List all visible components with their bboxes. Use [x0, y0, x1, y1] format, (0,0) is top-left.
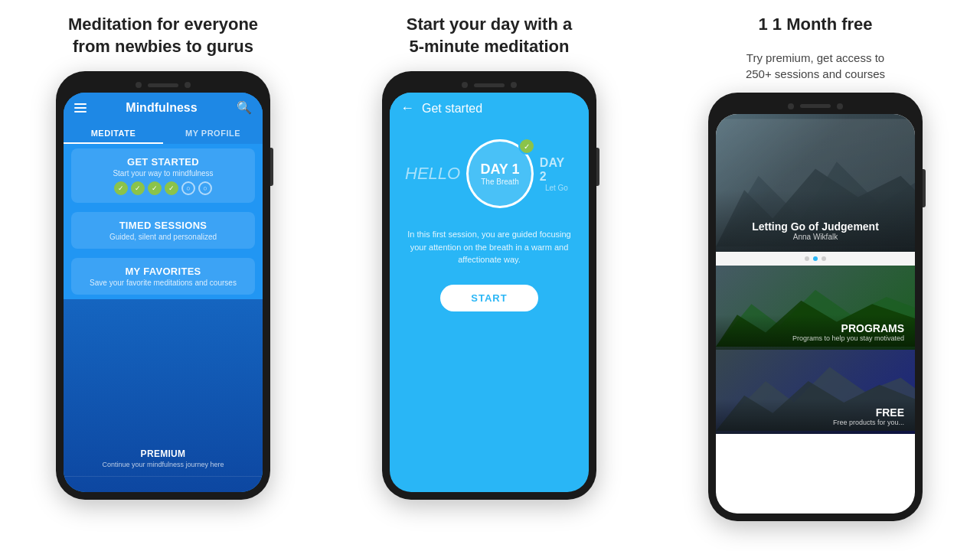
timed-sessions-subtitle: Guided, silent and personalized: [80, 233, 246, 241]
progress-icons: ✓ ✓ ✓ ✓ ○ ○: [80, 181, 246, 195]
phone-3-app-screen: Letting Go of Judgement Anna Wikfalk: [716, 114, 915, 514]
hero-section[interactable]: Letting Go of Judgement Anna Wikfalk: [716, 114, 915, 252]
tab-my-profile[interactable]: MY PROFILE: [163, 122, 263, 144]
day-selector: HELLO ✓ DAY 1 The Breath DAY 2 Let Go: [405, 139, 573, 208]
dot-2: [813, 256, 818, 261]
get-started-title: GET STARTED: [80, 156, 246, 168]
hero-subtitle: Anna Wikfalk: [752, 233, 879, 241]
main-container: Meditation for everyonefrom newbies to g…: [0, 0, 980, 551]
day-1-check-badge: ✓: [518, 138, 535, 155]
phone-3-speaker: [800, 104, 831, 108]
phone-2-app-title: Get started: [422, 102, 482, 116]
check-icon-5: ○: [181, 181, 195, 195]
day-1-circle[interactable]: ✓ DAY 1 The Breath: [466, 139, 534, 208]
check-icon-2: ✓: [131, 181, 145, 195]
get-started-subtitle: Start your way to mindfulness: [80, 169, 246, 178]
panel-3-title: 1 1 Month free: [758, 14, 872, 36]
phone-1-app-screen: Mindfulness 🔍 MEDITATE MY PROFILE GET ST…: [64, 93, 263, 492]
timed-sessions-title: TIMED SESSIONS: [80, 220, 246, 231]
back-icon[interactable]: ←: [400, 100, 414, 116]
phone-1-tabs: MEDITATE MY PROFILE: [64, 122, 263, 144]
free-overlay: FREE Free products for you...: [716, 399, 915, 434]
programs-section[interactable]: PROGRAMS Programs to help you stay motiv…: [716, 266, 915, 350]
free-subtitle: Free products for you...: [727, 419, 904, 426]
phone-2-content: HELLO ✓ DAY 1 The Breath DAY 2 Let Go: [390, 124, 589, 492]
phone-1-side-button: [270, 148, 273, 186]
phone-1-speaker: [148, 83, 178, 87]
session-description: In this first session, you are guided fo…: [405, 228, 573, 266]
phone-2-dot1: [462, 82, 468, 88]
phone-3-dot1: [788, 103, 794, 109]
check-icon-4: ✓: [165, 181, 178, 195]
check-icon-1: ✓: [114, 181, 128, 195]
phone-2-top-bar: [390, 79, 589, 93]
phone-3-dot2: [837, 103, 843, 109]
panel-2: Start your day with a5-minute meditation…: [326, 0, 652, 551]
dot-1: [805, 256, 809, 261]
panel-3-subtitle: Try premium, get access to250+ sessions …: [746, 50, 885, 82]
phone-3-top-bar: [716, 100, 915, 114]
hello-text: HELLO: [405, 164, 460, 184]
phone-1-app-title: Mindfulness: [126, 101, 197, 115]
timed-sessions-section[interactable]: TIMED SESSIONS Guided, silent and person…: [71, 212, 255, 249]
programs-subtitle: Programs to help you stay motivated: [727, 334, 904, 342]
phone-3: Letting Go of Judgement Anna Wikfalk: [708, 93, 923, 521]
panel-1-title: Meditation for everyonefrom newbies to g…: [68, 14, 258, 57]
phone-3-screen: Letting Go of Judgement Anna Wikfalk: [716, 114, 915, 514]
carousel-dots: [716, 252, 915, 266]
panel-1: Meditation for everyonefrom newbies to g…: [0, 0, 326, 551]
hero-text: Letting Go of Judgement Anna Wikfalk: [752, 220, 879, 241]
phone-1-header: Mindfulness 🔍: [64, 93, 263, 122]
tab-meditate[interactable]: MEDITATE: [64, 122, 163, 144]
day-2-label: DAY 2: [540, 156, 573, 184]
menu-icon[interactable]: [74, 103, 87, 112]
search-icon[interactable]: 🔍: [237, 100, 252, 115]
check-icon-3: ✓: [148, 181, 162, 195]
start-button[interactable]: START: [440, 285, 537, 311]
free-section[interactable]: FREE Free products for you...: [716, 350, 915, 434]
phone-1: Mindfulness 🔍 MEDITATE MY PROFILE GET ST…: [56, 71, 270, 500]
phone-1-bottom: PREMIUM Continue your mindfulness journe…: [64, 299, 263, 492]
panel-3: 1 1 Month free Try premium, get access t…: [652, 0, 978, 551]
phone-2-side-button: [596, 148, 599, 186]
phone-2-header: ← Get started: [390, 93, 589, 124]
get-started-section[interactable]: GET STARTED Start your way to mindfulnes…: [71, 148, 255, 203]
phone-2-speaker: [474, 83, 505, 87]
premium-section[interactable]: PREMIUM Continue your mindfulness journe…: [64, 441, 263, 477]
my-favorites-section[interactable]: MY FAVORITES Save your favorite meditati…: [71, 258, 255, 295]
day-2-sub: Let Go: [545, 184, 568, 192]
phone-1-dot1: [136, 82, 142, 88]
programs-overlay: PROGRAMS Programs to help you stay motiv…: [716, 315, 915, 350]
premium-title: PREMIUM: [76, 448, 250, 459]
check-icon-6: ○: [198, 181, 212, 195]
hero-title: Letting Go of Judgement: [752, 220, 879, 233]
phone-2-dot2: [511, 82, 517, 88]
dot-3: [822, 256, 826, 261]
my-favorites-title: MY FAVORITES: [80, 266, 246, 277]
phone-3-side-button: [923, 169, 926, 207]
phone-1-top-bar: [64, 79, 263, 93]
day-1-sub: The Breath: [481, 178, 518, 186]
day-2[interactable]: DAY 2 Let Go: [540, 156, 573, 192]
phone-2-app-screen: ← Get started HELLO ✓ DAY 1 The Breath: [390, 93, 589, 492]
premium-subtitle: Continue your mindfulness journey here: [76, 461, 250, 468]
day-1-label: DAY 1: [480, 161, 519, 178]
panel-2-title: Start your day with a5-minute meditation: [407, 14, 572, 57]
programs-title: PROGRAMS: [727, 322, 904, 334]
free-title: FREE: [727, 406, 904, 419]
my-favorites-subtitle: Save your favorite meditations and cours…: [80, 279, 246, 287]
phone-1-dot2: [185, 82, 191, 88]
phone-2-screen: ← Get started HELLO ✓ DAY 1 The Breath: [390, 93, 589, 492]
phone-1-screen: Mindfulness 🔍 MEDITATE MY PROFILE GET ST…: [64, 93, 263, 492]
phone-2: ← Get started HELLO ✓ DAY 1 The Breath: [382, 71, 596, 500]
